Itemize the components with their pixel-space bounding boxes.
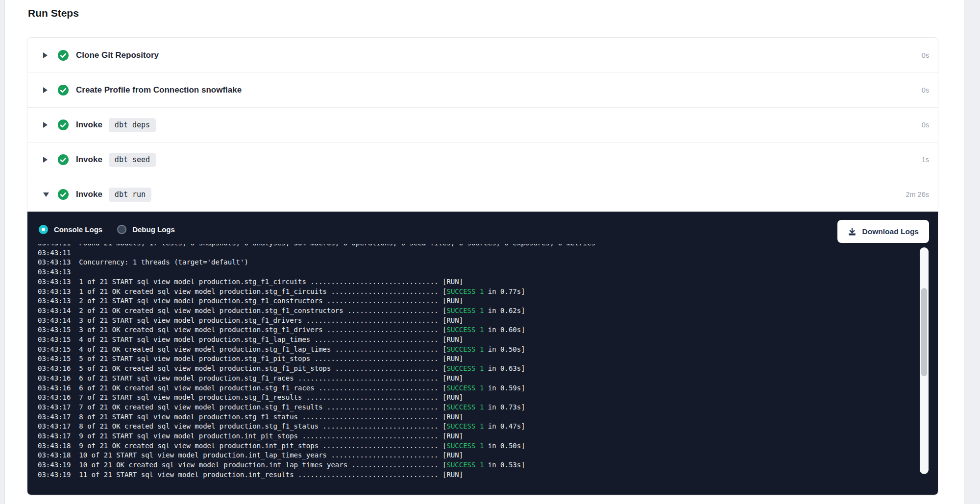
step-duration: 0s (922, 51, 929, 59)
run-step-row[interactable]: Clone Git Repository0s (27, 38, 938, 72)
log-line: 03:43:19 10 of 21 OK created sql view mo… (38, 460, 912, 470)
console-logs-radio[interactable] (39, 225, 48, 234)
run-step-row[interactable]: Invokedbt deps0s (27, 107, 938, 142)
step-label: Clone Git Repository (76, 50, 159, 60)
log-line: 03:43:17 8 of 21 OK created sql view mod… (38, 422, 912, 432)
console-scrollbar-thumb[interactable] (921, 288, 927, 376)
log-line: 03:43:13 Concurrency: 1 threads (target=… (38, 258, 912, 267)
step-command-badge: dbt deps (109, 118, 156, 132)
log-line: 03:43:15 4 of 21 OK created sql view mod… (38, 345, 912, 355)
console-log-output: 03:43:11 Found 21 models, 17 tests, 0 sn… (38, 244, 912, 488)
log-line: 03:43:13 2 of 21 START sql view model pr… (38, 296, 912, 306)
log-line: 03:43:13 (38, 267, 912, 277)
log-line: 03:43:17 7 of 21 OK created sql view mod… (38, 403, 912, 412)
step-label: Invoke (76, 190, 102, 199)
log-line: 03:43:14 2 of 21 OK created sql view mod… (38, 306, 912, 316)
success-check-icon (58, 85, 69, 96)
success-check-icon (58, 154, 69, 165)
expand-caret-icon[interactable] (43, 87, 48, 93)
step-command-badge: dbt seed (109, 153, 156, 167)
log-line: 03:43:18 10 of 21 START sql view model p… (38, 451, 912, 460)
debug-logs-radio-label[interactable]: Debug Logs (132, 225, 175, 234)
run-step-row[interactable]: Invokedbt run2m 26s (27, 177, 938, 212)
console-panel: Console LogsDebug Logs Download Logs 03:… (27, 212, 938, 495)
log-line: 03:43:16 7 of 21 START sql view model pr… (38, 393, 912, 403)
expand-caret-icon[interactable] (43, 122, 48, 128)
download-logs-label: Download Logs (862, 227, 919, 236)
log-line: 03:43:15 5 of 21 START sql view model pr… (38, 354, 912, 364)
console-logs-radio-option[interactable]: Console Logs (39, 225, 102, 234)
log-type-radio-group: Console LogsDebug Logs (39, 225, 175, 234)
log-line: 03:43:16 6 of 21 OK created sql view mod… (38, 384, 912, 393)
log-line: 03:43:16 5 of 21 OK created sql view mod… (38, 364, 912, 374)
page: Run Steps Clone Git Repository0sCreate P… (0, 0, 980, 504)
left-gutter (0, 0, 5, 504)
log-line: 03:43:16 6 of 21 START sql view model pr… (38, 374, 912, 384)
download-icon (848, 227, 857, 236)
download-logs-button[interactable]: Download Logs (837, 220, 929, 243)
console-logs-radio-label[interactable]: Console Logs (54, 225, 102, 234)
log-line: 03:43:18 9 of 21 OK created sql view mod… (38, 441, 912, 451)
step-duration: 2m 26s (906, 191, 929, 198)
step-label: Create Profile from Connection snowflake (76, 85, 242, 95)
log-lines: 03:43:11 Found 21 models, 17 tests, 0 sn… (38, 244, 912, 480)
run-steps-list: Clone Git Repository0sCreate Profile fro… (27, 38, 938, 212)
step-command-badge: dbt run (109, 188, 151, 202)
console-scrollbar[interactable] (920, 247, 929, 474)
success-check-icon (58, 120, 69, 130)
run-step-row[interactable]: Invokedbt seed1s (27, 142, 938, 177)
expand-caret-icon[interactable] (43, 52, 48, 58)
run-step-row[interactable]: Create Profile from Connection snowflake… (27, 72, 938, 107)
log-line: 03:43:11 Found 21 models, 17 tests, 0 sn… (38, 244, 912, 248)
run-steps-card: Clone Git Repository0sCreate Profile fro… (27, 37, 938, 495)
log-line: 03:43:11 (38, 248, 912, 258)
page-title: Run Steps (28, 7, 79, 19)
log-line: 03:43:13 1 of 21 START sql view model pr… (38, 277, 912, 287)
collapse-caret-icon[interactable] (43, 192, 49, 197)
debug-logs-radio[interactable] (117, 225, 126, 234)
log-line: 03:43:17 8 of 21 START sql view model pr… (38, 412, 912, 422)
step-label: Invoke (76, 155, 102, 165)
success-check-icon (58, 50, 69, 61)
log-line: 03:43:13 1 of 21 OK created sql view mod… (38, 287, 912, 297)
step-duration: 0s (922, 121, 929, 129)
step-label: Invoke (76, 120, 102, 130)
log-line: 03:43:17 9 of 21 START sql view model pr… (38, 432, 912, 441)
log-line: 03:43:19 11 of 21 START sql view model p… (38, 470, 912, 480)
log-line: 03:43:15 3 of 21 OK created sql view mod… (38, 325, 912, 335)
expand-caret-icon[interactable] (43, 157, 48, 163)
log-line: 03:43:14 3 of 21 START sql view model pr… (38, 316, 912, 326)
success-check-icon (58, 189, 69, 200)
log-line: 03:43:15 4 of 21 START sql view model pr… (38, 335, 912, 345)
right-gutter (964, 0, 980, 504)
debug-logs-radio-option[interactable]: Debug Logs (117, 225, 175, 234)
step-duration: 0s (922, 86, 929, 94)
step-duration: 1s (922, 156, 929, 164)
